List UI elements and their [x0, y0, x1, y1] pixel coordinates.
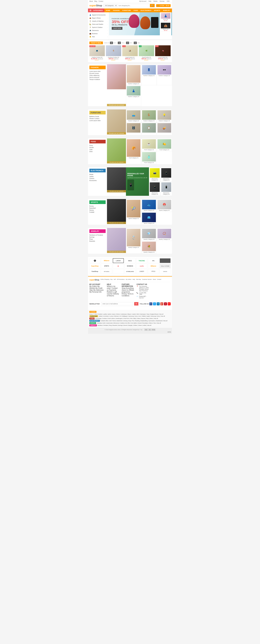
- footer-nav-link-8[interactable]: Customer Service: [142, 279, 152, 281]
- nav-food[interactable]: FOOD: [132, 8, 139, 12]
- brand-storelikes[interactable]: STORELIKES: [124, 269, 135, 274]
- food-link-4[interactable]: Drink: [89, 150, 106, 152]
- electronics-link-3[interactable]: Camera: [89, 178, 106, 180]
- sports-link-3[interactable]: Racing: [89, 209, 106, 211]
- brand-hollystore[interactable]: HOLLY STORE: [160, 264, 171, 268]
- language-select[interactable]: German: [160, 0, 164, 2]
- brand-laydy[interactable]: NICE: [124, 258, 135, 263]
- fashion-grid-item-3[interactable]: 🕶️ Fashion Category 03: [157, 64, 172, 85]
- fashion-grid-item-4[interactable]: 👗 Fashion Category 04: [126, 85, 141, 106]
- about-link[interactable]: About: [89, 0, 93, 2]
- brand-taenia[interactable]: T: [89, 258, 100, 263]
- brand-millanno-3[interactable]: Millanno: [148, 264, 159, 268]
- deal-item-1[interactable]: -30% OFF 🧥 Fashion Product 08 $1,000.00 …: [89, 45, 105, 61]
- search-button[interactable]: 🔍: [150, 4, 155, 7]
- furniture-grid-item-6[interactable]: 🪔: [157, 122, 172, 135]
- food-grid-item-3[interactable]: 🍋 Food Category 03: [157, 138, 172, 151]
- sidebar-item-jewelry[interactable]: ⌚Jewelry & Watches ›: [88, 20, 109, 23]
- brand-lamer[interactable]: LAMER: [136, 269, 147, 274]
- nav-fashion[interactable]: FASHION: [112, 8, 121, 12]
- sports-grid-item-2[interactable]: 👟 Sports Category 02: [141, 199, 157, 212]
- elec-cat-item-3[interactable]: 📱 Electronics Category 03: [149, 182, 160, 196]
- food-link-3[interactable]: Cake: [89, 148, 106, 150]
- brand-millanno-2[interactable]: LAYDY: [113, 258, 124, 263]
- fashion-grid-item-2[interactable]: 👖 Fashion Category 02: [141, 64, 157, 85]
- furniture-grid-item-5[interactable]: 🪞: [141, 122, 157, 135]
- footer-nav-link-2[interactable]: Buy: [111, 279, 113, 281]
- footer-nav-link-5[interactable]: My Orders: [126, 279, 131, 281]
- sports-grid-item-1[interactable]: 🎾 Sports Category 01: [126, 199, 141, 225]
- sidebar-item-electronics[interactable]: 💻Electronics ›: [88, 29, 109, 32]
- help-link[interactable]: Help: [149, 0, 151, 2]
- linkedin-button[interactable]: in: [157, 302, 160, 305]
- fashion-link-5[interactable]: Tempor incididunt: [89, 78, 106, 80]
- nav-jewelry[interactable]: JEWELRY: [161, 8, 171, 12]
- fashion-grid-item-1[interactable]: Fashion Category 01: [126, 64, 141, 85]
- food-link-1[interactable]: Pizza: [89, 144, 106, 146]
- sports-grid-item-3[interactable]: ⛑️ Sports Category 03: [157, 199, 172, 212]
- jewelry-link-2[interactable]: Earrings: [89, 236, 106, 238]
- deal-item-5[interactable]: -22% 🍫 Food Product 0K $700.00 $800.00 ★…: [155, 45, 171, 61]
- newsletter-submit[interactable]: ✉: [134, 302, 138, 306]
- food-grid-item-4[interactable]: 🧴 Food Category 04: [141, 151, 157, 164]
- categories-menu-btn[interactable]: CATEGORIES: [88, 8, 104, 12]
- pinterest-button[interactable]: p: [164, 302, 167, 305]
- brand-theone[interactable]: SML: [148, 258, 159, 263]
- brand-canifa[interactable]: canifa: [136, 264, 147, 268]
- brand-millanno-1[interactable]: Millanno: [101, 258, 112, 263]
- info-link-2[interactable]: About Us: [122, 289, 128, 291]
- furniture-link-2[interactable]: Shower Curtains: [89, 118, 106, 120]
- googleplus-button[interactable]: g+: [160, 302, 163, 305]
- help-link-3[interactable]: Payments: [109, 289, 116, 291]
- shop-now-button[interactable]: SHOP NOW: [112, 27, 122, 30]
- currency-select[interactable]: USD: [167, 0, 170, 2]
- elec-cat-item-1[interactable]: 📷 Electronics Category 01: [149, 167, 160, 182]
- sports-link-1[interactable]: Boxing: [89, 205, 106, 207]
- mobile-link[interactable]: Mobile: [153, 0, 157, 2]
- jewelry-link-1[interactable]: Necklaces & Pendants: [89, 234, 106, 236]
- jewelry-link-3[interactable]: Rings: [89, 238, 106, 240]
- sidebar-item-business[interactable]: 💼Business ›: [88, 32, 109, 35]
- food-link-2[interactable]: Noodle: [89, 146, 106, 148]
- brand-k[interactable]: K: [113, 264, 124, 268]
- nav-sports[interactable]: SPORTS: [153, 8, 161, 12]
- deal-item-4[interactable]: -9% 🌿 Food Product 03 $820.00 $900.00 ★★…: [139, 45, 154, 61]
- youtube-button[interactable]: ▶: [168, 302, 171, 305]
- footer-nav-link-6[interactable]: Help: [132, 279, 135, 281]
- jewelry-link-4[interactable]: Bracelets: [89, 240, 106, 242]
- fashion-link-3[interactable]: Cletur adipiscing: [89, 74, 106, 76]
- fashion-link-2[interactable]: Sit amet consec: [89, 72, 106, 74]
- category-select[interactable]: All Categories: [104, 4, 117, 7]
- brand-nice[interactable]: THEONE: [136, 258, 147, 263]
- food-grid-item-2[interactable]: ☕ Food Category 02: [141, 138, 157, 151]
- sports-link-4[interactable]: Football: [89, 211, 106, 213]
- nav-blog[interactable]: BLOG: [171, 8, 172, 12]
- cart-button[interactable]: 🛒 0 ITEM $0.00: [156, 4, 171, 7]
- jewelry-grid-item-4[interactable]: 💐 Jewelry Category 04: [141, 241, 157, 254]
- search-input[interactable]: [117, 4, 150, 7]
- elec-cat-item-4[interactable]: 📱 Electronics Category 04: [160, 182, 172, 196]
- info-link-1[interactable]: Shop Everything: [122, 287, 134, 289]
- myaccount-link-5[interactable]: My Personal Info: [89, 291, 102, 293]
- jewelry-grid-item-1[interactable]: 💍 Jewelry Category 01: [126, 228, 141, 254]
- fashion-link-1[interactable]: Lorem ipsum dolor: [89, 70, 106, 72]
- nav-electronics[interactable]: ELECTRONICS: [139, 8, 153, 12]
- fashion-link-4[interactable]: Sed do eiusmod: [89, 76, 106, 78]
- brand-famishop[interactable]: FamiShop: [89, 269, 100, 274]
- deal-item-2[interactable]: 🪑 Furniture Product 03 $500.00 $300.00 ★…: [106, 45, 121, 61]
- sports-link-2[interactable]: Basketball: [89, 207, 106, 209]
- elec-cat-item-2[interactable]: 📱 Electronics Category 02: [160, 167, 172, 182]
- nav-home[interactable]: HOME: [104, 8, 112, 12]
- facebook-button[interactable]: f: [149, 302, 152, 305]
- nav-furniture[interactable]: FURNITURE: [121, 8, 132, 12]
- myaccount-link-4[interactable]: My Addresses: [93, 289, 103, 291]
- brand-ppdo[interactable]: PPDO: [148, 269, 159, 274]
- electronics-link-1[interactable]: Mobile: [89, 174, 106, 176]
- jewelry-grid-item-2[interactable]: 💎 Jewelry Category 02: [141, 228, 157, 241]
- sidebar-item-kids[interactable]: 👶Kids ›: [88, 35, 109, 38]
- furniture-link-1[interactable]: Bathtime Goods: [89, 116, 106, 118]
- info-link-4[interactable]: Privacy: [122, 293, 127, 295]
- footer-nav-link-10[interactable]: Contact: [157, 279, 161, 281]
- footer-nav-link-1[interactable]: Online Shopping: [100, 279, 109, 281]
- myaccount-link[interactable]: My Account: [139, 0, 146, 2]
